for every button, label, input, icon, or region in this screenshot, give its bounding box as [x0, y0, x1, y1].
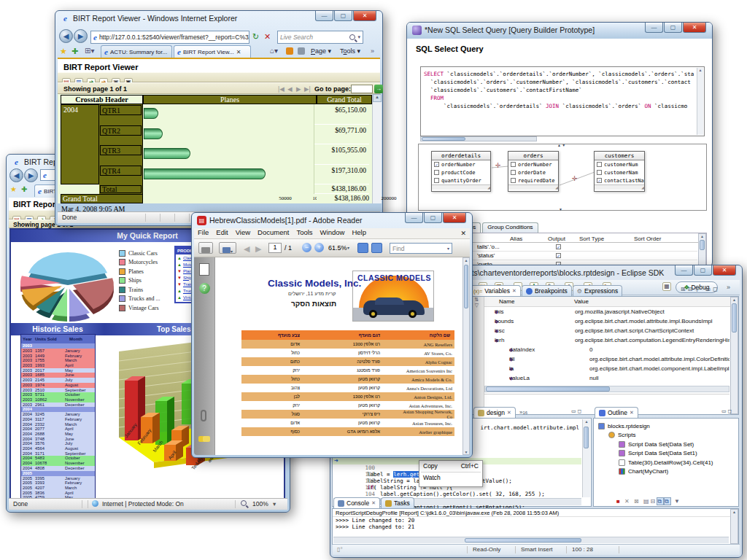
goto-button[interactable]: → — [374, 85, 383, 93]
maximize-button[interactable]: ▢ — [424, 213, 442, 223]
menu-item[interactable]: Help — [348, 228, 370, 238]
window-birt-viewer-front[interactable]: e BIRT Report Viewer - Windows Internet … — [55, 10, 383, 226]
entity-field[interactable]: productCode — [432, 168, 490, 176]
output-checkbox[interactable] — [556, 244, 561, 249]
print-icon[interactable] — [298, 47, 305, 55]
add-favorite-icon[interactable]: ✚ — [21, 185, 27, 193]
console-hscroll[interactable] — [333, 537, 729, 543]
zoom-in-icon[interactable]: + — [314, 243, 324, 252]
page-number-input[interactable]: 1 — [268, 243, 282, 253]
feeds-icon[interactable] — [286, 47, 293, 55]
menu-item-watch[interactable]: Watch — [419, 472, 482, 483]
entity-field[interactable]: orderDate — [508, 168, 558, 176]
tab-expressions[interactable]: ⚙Expressions — [573, 285, 622, 296]
pdf-scrollbar[interactable]: ▲ ▼ — [462, 257, 470, 455]
editor-minmax-icons[interactable]: ▭ ◻ — [571, 408, 581, 414]
nav-next-icon[interactable]: ▶ — [296, 85, 301, 93]
goto-input[interactable] — [351, 85, 373, 93]
entity-field[interactable]: orderNumber — [432, 160, 490, 168]
entity-field[interactable]: customerNum — [595, 160, 644, 168]
search-dropdown[interactable]: ▾ — [357, 34, 360, 40]
outline-item[interactable]: Script Data Set(Data Set1) — [594, 449, 738, 459]
tab-breakpoints[interactable]: Breakpoints — [522, 285, 572, 296]
variable-row[interactable]: ◆ this org.mozilla.javascript.NativeObje… — [484, 307, 729, 316]
join-node-icon[interactable]: ✛ — [572, 175, 578, 182]
close-button[interactable]: ✕ — [683, 23, 706, 33]
pages-panel-icon[interactable] — [199, 263, 209, 276]
variables-toolbar-icons[interactable]: ⊞⊟▽ ▭◻ — [681, 286, 720, 292]
menu-item[interactable]: Window — [317, 228, 349, 238]
maximize-button[interactable]: ▢ — [694, 265, 712, 276]
tab-birt-report[interactable]: eBIRT Report View...✕ — [174, 45, 251, 58]
maximize-button[interactable]: ▢ — [334, 11, 352, 21]
entity-orderdetails[interactable]: orderdetails orderNumberproductCodequant… — [431, 151, 491, 192]
entity-title[interactable]: orders — [508, 152, 558, 160]
email-icon[interactable]: ▾ — [219, 242, 236, 254]
field-checkbox[interactable] — [511, 170, 516, 175]
entity-field[interactable]: contactLastNa — [595, 176, 644, 184]
window-adobe-reader[interactable]: ▤ HebrewClassicModels[1].pdf - Adobe Rea… — [191, 212, 473, 458]
sql-hscroll[interactable] — [420, 136, 537, 141]
entity-field[interactable]: requiredDate — [508, 176, 558, 184]
address-bar[interactable]: e http://127.0.0.1:52540/viewer/frameset… — [90, 31, 249, 44]
home-icon[interactable]: ⌂▾ — [270, 47, 278, 55]
stop-icon[interactable]: ✕ — [264, 32, 271, 42]
zoom-dropdown[interactable]: ▾ — [347, 245, 349, 250]
col-name-header[interactable]: Name — [499, 298, 514, 305]
zoom-out-icon[interactable]: − — [302, 243, 311, 252]
variables-hscroll[interactable] — [484, 386, 729, 392]
perspective-icon[interactable]: ▦ — [662, 282, 671, 291]
outline-item[interactable]: Table(30).DetailRow(34).Cell(41) — [594, 458, 738, 467]
entity-field[interactable]: customerNam — [595, 168, 644, 176]
nav-prev-icon[interactable]: ◀ — [287, 85, 293, 93]
field-checkbox[interactable] — [597, 170, 602, 175]
menu-item[interactable]: File — [194, 228, 212, 238]
variable-row[interactable]: ◆ valueLa null — [484, 373, 729, 383]
entity-orders[interactable]: orders orderNumberorderDaterequiredDate … — [508, 151, 559, 192]
tab-close-icon[interactable]: ✕ — [236, 49, 241, 55]
variable-row[interactable]: ◆ la org.eclipse.birt.chart.model.compon… — [484, 364, 729, 373]
entity-title[interactable]: orderdetails — [432, 152, 490, 160]
output-checkbox[interactable] — [556, 253, 561, 258]
tab-actu[interactable]: eACTU: Summary for... — [101, 45, 172, 58]
more-chevron[interactable]: » — [371, 47, 374, 55]
search-box[interactable]: Live Search ▾ — [277, 31, 363, 44]
tab-group-conditions[interactable]: Group Conditions — [482, 222, 538, 233]
tab-tasks[interactable]: Tasks — [381, 497, 414, 508]
print-icon[interactable] — [198, 242, 213, 254]
help-icon[interactable]: ? — [199, 283, 210, 294]
minimize-button[interactable]: — — [675, 265, 693, 276]
favorites-star-icon[interactable]: ★ — [60, 47, 67, 56]
zoom-dropdown[interactable]: ▾ — [273, 500, 276, 508]
fullscreen-icon[interactable] — [371, 243, 382, 253]
menu-item[interactable]: Document — [254, 228, 293, 238]
menu-item-copy[interactable]: CopyCtrl+C — [419, 461, 482, 472]
variable-row[interactable]: ◆ lerh org.eclipse.birt.chart.computatio… — [484, 335, 729, 345]
sql-scrollbar[interactable]: ▲ — [697, 68, 703, 135]
tab-editor-design[interactable]: design✕ — [473, 407, 516, 418]
back-button[interactable]: ◀ — [9, 168, 23, 182]
perspective-chevron[interactable]: » — [727, 284, 730, 291]
minimize-button[interactable]: — — [405, 213, 423, 223]
attachments-panel-icon[interactable] — [201, 410, 206, 421]
tab-close-icon[interactable]: ✕ — [371, 500, 376, 506]
variable-row[interactable]: ◆ icsc org.eclipse.birt.chart.script.Cha… — [484, 326, 729, 335]
close-button[interactable]: ✕ — [353, 11, 376, 21]
tab-console[interactable]: Console✕ — [333, 497, 380, 508]
console-scrollbar[interactable]: ▲ — [730, 509, 738, 544]
menu-item[interactable]: Tools — [293, 228, 316, 238]
editor-more-tabs[interactable]: »16 — [519, 409, 527, 416]
close-button[interactable]: ✕ — [713, 265, 736, 276]
variable-row[interactable]: ◆ bounds org.eclipse.birt.chart.model.at… — [484, 316, 729, 326]
variable-row[interactable]: ◆ dataIndex 0 — [484, 345, 729, 354]
find-input[interactable]: Find▾ — [390, 243, 452, 254]
field-checkbox[interactable] — [511, 178, 516, 183]
outline-item[interactable]: Script Data Set(Data Set) — [594, 440, 738, 449]
outline-minmax-icons[interactable]: ▭ ◻ — [721, 408, 732, 414]
next-page-icon[interactable]: ▶ — [255, 244, 261, 254]
sql-editor[interactable]: SELECT `classicmodels`.`orderdetails`.`o… — [420, 66, 705, 136]
tab-close-icon[interactable]: ✕ — [630, 410, 634, 416]
back-button[interactable]: ◀ — [59, 29, 73, 43]
prev-page-icon[interactable]: ◀ — [244, 244, 249, 254]
nav-last-icon[interactable]: ▶| — [304, 85, 311, 93]
